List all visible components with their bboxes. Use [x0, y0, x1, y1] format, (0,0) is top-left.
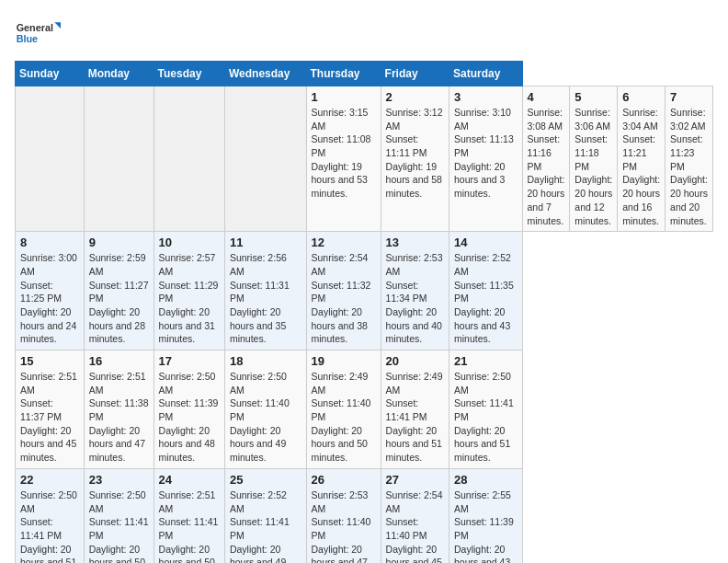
svg-text:Blue: Blue — [17, 33, 38, 44]
day-number: 16 — [89, 354, 149, 368]
weekday-header-saturday: Saturday — [449, 62, 523, 86]
calendar-cell: 26Sunrise: 2:53 AMSunset: 11:40 PMDaylig… — [306, 468, 381, 563]
calendar-cell: 20Sunrise: 2:49 AMSunset: 11:41 PMDaylig… — [381, 350, 449, 469]
day-info: Sunrise: 2:50 AMSunset: 11:40 PMDaylight… — [230, 370, 301, 465]
logo: General Blue — [15, 15, 61, 52]
calendar-cell: 9Sunrise: 2:59 AMSunset: 11:27 PMDayligh… — [84, 232, 154, 350]
day-number: 5 — [574, 90, 612, 104]
svg-marker-2 — [54, 22, 61, 29]
calendar-cell — [16, 86, 85, 232]
day-info: Sunrise: 2:50 AMSunset: 11:41 PMDaylight… — [89, 488, 149, 563]
day-number: 10 — [159, 236, 220, 249]
day-number: 12 — [312, 236, 376, 249]
day-info: Sunrise: 3:00 AMSunset: 11:25 PMDaylight… — [20, 251, 79, 346]
day-info: Sunrise: 2:50 AMSunset: 11:41 PMDaylight… — [20, 488, 79, 563]
day-number: 28 — [454, 473, 518, 487]
day-info: Sunrise: 2:57 AMSunset: 11:29 PMDaylight… — [159, 251, 220, 346]
calendar-cell — [84, 86, 154, 232]
day-info: Sunrise: 2:49 AMSunset: 11:41 PMDaylight… — [386, 370, 444, 465]
day-number: 6 — [622, 90, 660, 104]
day-info: Sunrise: 2:51 AMSunset: 11:37 PMDaylight… — [20, 370, 79, 465]
day-number: 2 — [386, 90, 444, 104]
calendar-cell: 12Sunrise: 2:54 AMSunset: 11:32 PMDaylig… — [306, 232, 381, 350]
day-info: Sunrise: 3:08 AMSunset: 11:16 PMDaylight… — [528, 106, 565, 227]
day-info: Sunrise: 2:52 AMSunset: 11:35 PMDaylight… — [454, 251, 518, 346]
day-number: 17 — [159, 354, 220, 368]
day-info: Sunrise: 2:59 AMSunset: 11:27 PMDaylight… — [89, 251, 149, 346]
day-number: 23 — [89, 473, 149, 487]
calendar-cell: 24Sunrise: 2:51 AMSunset: 11:41 PMDaylig… — [154, 468, 224, 563]
day-info: Sunrise: 3:12 AMSunset: 11:11 PMDaylight… — [386, 106, 444, 201]
calendar-cell: 3Sunrise: 3:10 AMSunset: 11:13 PMDayligh… — [449, 86, 523, 232]
day-info: Sunrise: 2:54 AMSunset: 11:32 PMDaylight… — [312, 251, 376, 346]
calendar-cell: 2Sunrise: 3:12 AMSunset: 11:11 PMDayligh… — [381, 86, 449, 232]
day-number: 9 — [89, 236, 149, 249]
calendar-cell: 4Sunrise: 3:08 AMSunset: 11:16 PMDayligh… — [522, 86, 570, 232]
calendar-cell: 17Sunrise: 2:50 AMSunset: 11:39 PMDaylig… — [154, 350, 224, 469]
day-number: 25 — [230, 473, 301, 487]
day-info: Sunrise: 2:51 AMSunset: 11:41 PMDaylight… — [159, 488, 220, 563]
day-number: 18 — [230, 354, 301, 368]
weekday-header-monday: Monday — [84, 62, 154, 86]
svg-text:General: General — [17, 22, 53, 33]
weekday-header-friday: Friday — [381, 62, 449, 86]
calendar-cell: 14Sunrise: 2:52 AMSunset: 11:35 PMDaylig… — [449, 232, 523, 350]
calendar-cell: 16Sunrise: 2:51 AMSunset: 11:38 PMDaylig… — [84, 350, 154, 469]
logo-svg: General Blue — [15, 15, 61, 52]
day-info: Sunrise: 3:10 AMSunset: 11:13 PMDaylight… — [454, 106, 518, 201]
weekday-header-sunday: Sunday — [16, 62, 85, 86]
calendar-cell: 1Sunrise: 3:15 AMSunset: 11:08 PMDayligh… — [306, 86, 381, 232]
calendar-cell: 21Sunrise: 2:50 AMSunset: 11:41 PMDaylig… — [449, 350, 523, 469]
day-number: 11 — [230, 236, 301, 249]
day-info: Sunrise: 2:51 AMSunset: 11:38 PMDaylight… — [89, 370, 149, 465]
day-number: 7 — [670, 90, 708, 104]
calendar-cell: 6Sunrise: 3:04 AMSunset: 11:21 PMDayligh… — [618, 86, 665, 232]
day-number: 22 — [20, 473, 79, 487]
calendar-cell: 13Sunrise: 2:53 AMSunset: 11:34 PMDaylig… — [381, 232, 449, 350]
weekday-header-thursday: Thursday — [306, 62, 381, 86]
calendar-week-4: 22Sunrise: 2:50 AMSunset: 11:41 PMDaylig… — [16, 468, 713, 563]
day-info: Sunrise: 2:54 AMSunset: 11:40 PMDaylight… — [386, 488, 444, 563]
calendar-cell — [154, 86, 224, 232]
day-number: 1 — [312, 90, 376, 104]
calendar-cell: 23Sunrise: 2:50 AMSunset: 11:41 PMDaylig… — [84, 468, 154, 563]
day-info: Sunrise: 2:50 AMSunset: 11:41 PMDaylight… — [454, 370, 518, 465]
day-number: 13 — [386, 236, 444, 249]
day-number: 19 — [312, 354, 376, 368]
calendar-cell: 15Sunrise: 2:51 AMSunset: 11:37 PMDaylig… — [16, 350, 85, 469]
calendar-cell: 19Sunrise: 2:49 AMSunset: 11:40 PMDaylig… — [306, 350, 381, 469]
calendar-cell: 22Sunrise: 2:50 AMSunset: 11:41 PMDaylig… — [16, 468, 85, 563]
day-info: Sunrise: 2:52 AMSunset: 11:41 PMDaylight… — [230, 488, 301, 563]
day-number: 24 — [159, 473, 220, 487]
day-info: Sunrise: 2:49 AMSunset: 11:40 PMDaylight… — [312, 370, 376, 465]
day-number: 27 — [386, 473, 444, 487]
calendar-cell: 28Sunrise: 2:55 AMSunset: 11:39 PMDaylig… — [449, 468, 523, 563]
calendar-cell: 10Sunrise: 2:57 AMSunset: 11:29 PMDaylig… — [154, 232, 224, 350]
day-number: 3 — [454, 90, 518, 104]
calendar-cell: 7Sunrise: 3:02 AMSunset: 11:23 PMDayligh… — [665, 86, 713, 232]
calendar-week-2: 8Sunrise: 3:00 AMSunset: 11:25 PMDayligh… — [16, 232, 713, 350]
calendar-header: SundayMondayTuesdayWednesdayThursdayFrid… — [16, 62, 713, 86]
weekday-header-tuesday: Tuesday — [154, 62, 224, 86]
calendar-table: SundayMondayTuesdayWednesdayThursdayFrid… — [15, 61, 713, 563]
day-number: 8 — [20, 236, 79, 249]
page-header: General Blue — [15, 15, 713, 52]
day-info: Sunrise: 2:56 AMSunset: 11:31 PMDaylight… — [230, 251, 301, 346]
calendar-cell: 5Sunrise: 3:06 AMSunset: 11:18 PMDayligh… — [570, 86, 618, 232]
day-number: 14 — [454, 236, 518, 249]
day-number: 21 — [454, 354, 518, 368]
day-number: 15 — [20, 354, 79, 368]
day-info: Sunrise: 3:06 AMSunset: 11:18 PMDaylight… — [574, 106, 612, 227]
calendar-cell: 8Sunrise: 3:00 AMSunset: 11:25 PMDayligh… — [16, 232, 85, 350]
day-info: Sunrise: 3:15 AMSunset: 11:08 PMDaylight… — [312, 106, 376, 201]
day-info: Sunrise: 2:53 AMSunset: 11:34 PMDaylight… — [386, 251, 444, 346]
calendar-cell — [224, 86, 306, 232]
day-number: 20 — [386, 354, 444, 368]
calendar-cell: 25Sunrise: 2:52 AMSunset: 11:41 PMDaylig… — [224, 468, 306, 563]
day-info: Sunrise: 3:04 AMSunset: 11:21 PMDaylight… — [622, 106, 660, 227]
calendar-week-1: 1Sunrise: 3:15 AMSunset: 11:08 PMDayligh… — [16, 86, 713, 232]
day-info: Sunrise: 2:53 AMSunset: 11:40 PMDaylight… — [312, 488, 376, 563]
day-number: 26 — [312, 473, 376, 487]
day-number: 4 — [528, 90, 565, 104]
calendar-week-3: 15Sunrise: 2:51 AMSunset: 11:37 PMDaylig… — [16, 350, 713, 469]
